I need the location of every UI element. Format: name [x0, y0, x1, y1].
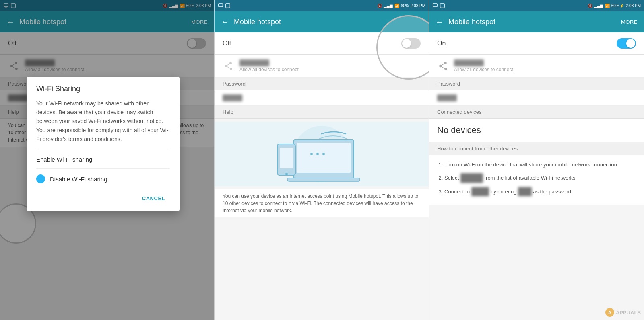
status-left-3 — [432, 3, 445, 8]
no-devices-text: No devices — [429, 119, 644, 142]
panel-2: 🔇 ▂▄▆ 📶 60% 2:08 PM ← Mobile hotspot Off — [215, 0, 429, 320]
dialog-title: Wi-Fi Sharing — [36, 85, 170, 93]
wifi-2: 📶 — [394, 4, 399, 8]
wifi-sharing-dialog: Wi-Fi Sharing Your Wi-Fi network may be … — [27, 77, 180, 211]
svg-rect-2 — [219, 4, 223, 7]
enable-option-label: Enable Wi-Fi sharing — [36, 156, 92, 163]
password-text-2 — [223, 94, 242, 101]
network-name-2 — [239, 59, 269, 66]
battery-3: 60%⚡ — [611, 4, 624, 8]
how-to-header: How to connect from other devices — [429, 142, 644, 155]
disable-wifi-sharing-option[interactable]: Disable Wi-Fi sharing — [36, 168, 170, 189]
watermark-text: APPUALS — [616, 310, 641, 316]
mute-icon-3: 🔇 — [588, 4, 592, 8]
password-value-3 — [429, 90, 644, 106]
toggle-switch-3[interactable] — [617, 38, 636, 49]
instruction-1: Turn on Wi-Fi on the device that will sh… — [444, 160, 636, 169]
toggle-label-2: Off — [223, 40, 231, 47]
toggle-label-3: On — [437, 40, 446, 47]
share-icon-3 — [437, 60, 448, 72]
panel-1: 🔇 ▂▄▆ 📶 60% 2:08 PM ← Mobile hotspot MOR… — [0, 0, 215, 320]
dialog-overlay: Wi-Fi Sharing Your Wi-Fi network may be … — [0, 0, 214, 320]
svg-rect-6 — [297, 143, 351, 173]
network-row-3: Allow all devices to connect. — [429, 55, 644, 78]
watermark-logo: A — [605, 308, 614, 317]
status-left-2 — [218, 3, 231, 8]
svg-rect-15 — [440, 4, 445, 8]
panel-content-3: On Allow all devices to connect. Passwor… — [429, 32, 644, 320]
battery-2: 60% — [401, 4, 409, 8]
svg-rect-7 — [287, 178, 360, 181]
app-bar-3: ← Mobile hotspot MORE — [429, 11, 644, 32]
svg-point-13 — [285, 173, 288, 175]
notification-icon-2 — [218, 3, 223, 8]
password-header-3: Password — [429, 78, 644, 90]
help-image — [215, 122, 429, 186]
status-bar-3: 🔇 ▂▄▆ 📶 60%⚡ 2:08 PM — [429, 0, 644, 11]
password-value-2 — [215, 90, 429, 106]
time-2: 2:08 PM — [411, 4, 425, 8]
back-button-3[interactable]: ← — [436, 17, 444, 27]
toggle-row-3[interactable]: On — [429, 32, 644, 55]
svg-rect-14 — [433, 4, 438, 7]
svg-rect-3 — [226, 4, 230, 8]
instruction-3: Connect to by entering as the password. — [444, 187, 636, 196]
help-text-2: You can use your device as an Internet a… — [215, 189, 429, 217]
connected-devices-header: Connected devices — [429, 106, 644, 119]
photo-icon-3 — [440, 3, 445, 8]
photo-icon-2 — [225, 3, 231, 8]
dialog-body: Your Wi-Fi network may be shared with ot… — [36, 99, 170, 144]
mute-icon-2: 🔇 — [377, 4, 382, 8]
network-ref-blurred-2 — [471, 187, 489, 196]
network-ref-blurred — [460, 173, 483, 183]
svg-point-9 — [316, 153, 319, 155]
wifi-3: 📶 — [605, 4, 610, 8]
help-header-2: Help — [215, 106, 429, 119]
dialog-actions: CANCEL — [36, 189, 170, 208]
more-button-3[interactable]: MORE — [621, 19, 638, 25]
network-sub-3: Allow all devices to connect. — [454, 67, 636, 72]
share-icon-2 — [223, 60, 234, 72]
svg-point-8 — [310, 153, 313, 155]
watermark: A APPUALS — [605, 308, 641, 317]
svg-rect-12 — [280, 148, 293, 168]
disable-option-label: Disable Wi-Fi sharing — [50, 176, 107, 183]
password-text-3 — [437, 94, 457, 101]
app-title-3: Mobile hotspot — [448, 18, 616, 26]
panel-3: 🔇 ▂▄▆ 📶 60%⚡ 2:08 PM ← Mobile hotspot MO… — [429, 0, 644, 320]
back-button-2[interactable]: ← — [221, 17, 229, 27]
instruction-2: Select from the list of available Wi-Fi … — [444, 173, 636, 183]
svg-point-10 — [322, 153, 325, 155]
network-content-3: Allow all devices to connect. — [454, 59, 636, 72]
enable-wifi-sharing-option[interactable]: Enable Wi-Fi sharing — [36, 150, 170, 168]
signal-3: ▂▄▆ — [594, 4, 603, 8]
network-name-3 — [454, 59, 484, 66]
toggle-thumb-3 — [626, 39, 635, 48]
status-right-2: 🔇 ▂▄▆ 📶 60% 2:08 PM — [377, 4, 425, 8]
password-header-2: Password — [215, 78, 429, 90]
status-bar-2: 🔇 ▂▄▆ 📶 60% 2:08 PM — [215, 0, 429, 11]
password-ref-blurred — [518, 187, 532, 196]
notification-icon-3 — [432, 3, 438, 8]
cancel-button[interactable]: CANCEL — [137, 192, 170, 205]
time-3: 2:08 PM — [626, 4, 641, 8]
signal-2: ▂▄▆ — [384, 4, 393, 8]
instructions-list: Turn on Wi-Fi on the device that will sh… — [429, 155, 644, 205]
status-right-3: 🔇 ▂▄▆ 📶 60%⚡ 2:08 PM — [588, 4, 641, 8]
device-svg — [215, 122, 429, 186]
